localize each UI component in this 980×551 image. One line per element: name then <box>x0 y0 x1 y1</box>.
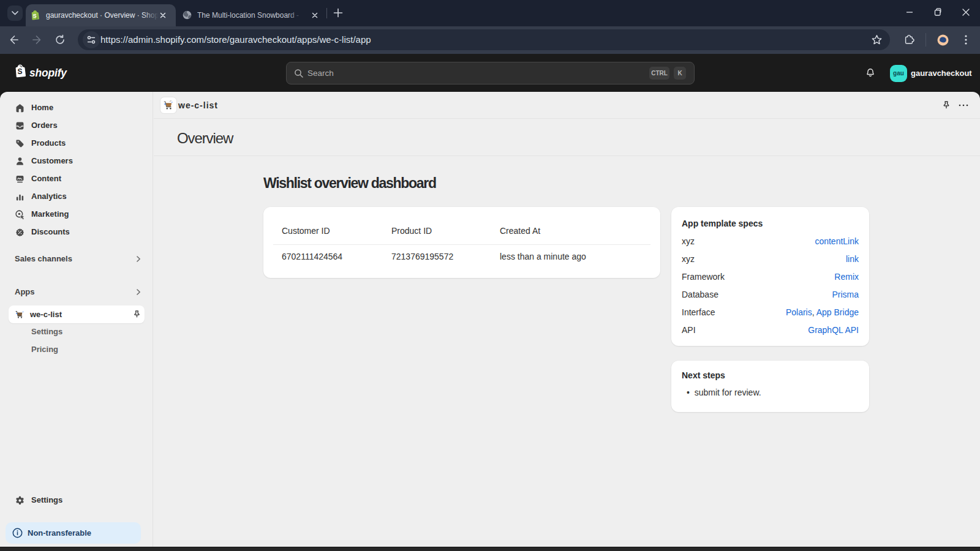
svg-text:S: S <box>17 67 22 76</box>
svg-text:S: S <box>32 12 36 19</box>
